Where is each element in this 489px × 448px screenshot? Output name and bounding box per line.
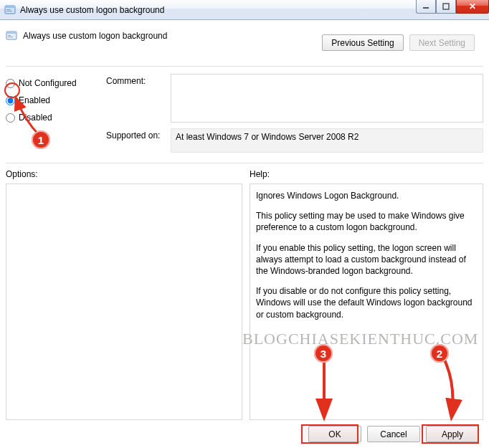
- radio-disabled-input[interactable]: [6, 113, 15, 123]
- help-panel: Ignores Windows Logon Background. This p…: [250, 184, 483, 420]
- policy-title: Always use custom logon background: [23, 31, 167, 41]
- comment-row: Comment:: [106, 74, 483, 123]
- maximize-button[interactable]: [436, 0, 456, 14]
- separator: [6, 66, 483, 67]
- cancel-button[interactable]: Cancel: [367, 426, 420, 442]
- svg-rect-1: [5, 6, 15, 8]
- svg-rect-3: [6, 11, 12, 11]
- radio-enabled[interactable]: Enabled: [6, 95, 106, 105]
- comment-label: Comment:: [106, 74, 171, 123]
- supported-row: Supported on: At least Windows 7 or Wind…: [106, 128, 483, 153]
- help-label: Help:: [250, 169, 483, 179]
- panels-row: Options: Help: Ignores Windows Logon Bac…: [6, 169, 483, 420]
- radio-not-configured-input[interactable]: [6, 79, 15, 88]
- svg-rect-4: [423, 7, 429, 9]
- window-title: Always use custom logon background: [20, 5, 164, 15]
- help-text: If you enable this policy setting, the l…: [256, 242, 477, 277]
- separator: [6, 163, 483, 163]
- title-bar: Always use custom logon background ✕: [0, 0, 489, 20]
- comment-textarea[interactable]: [171, 74, 483, 123]
- supported-box: At least Windows 7 or Windows Server 200…: [171, 128, 483, 153]
- close-button[interactable]: ✕: [456, 0, 489, 14]
- radio-label: Disabled: [19, 113, 52, 123]
- svg-rect-5: [443, 4, 449, 9]
- previous-setting-button[interactable]: Previous Setting: [322, 34, 403, 51]
- ok-button[interactable]: OK: [308, 426, 361, 442]
- svg-rect-9: [8, 37, 13, 37]
- state-radios: Not Configured Enabled Disabled: [6, 74, 106, 158]
- svg-rect-7: [6, 32, 16, 34]
- help-column: Help: Ignores Windows Logon Background. …: [250, 169, 483, 420]
- options-panel: [6, 184, 242, 420]
- supported-text: At least Windows 7 or Windows Server 200…: [176, 132, 359, 142]
- options-column: Options:: [6, 169, 242, 420]
- window-buttons: ✕: [416, 0, 489, 14]
- radio-enabled-input[interactable]: [6, 96, 15, 105]
- help-text: Ignores Windows Logon Background.: [256, 190, 477, 201]
- next-setting-button[interactable]: Next Setting: [409, 34, 475, 51]
- minimize-button[interactable]: [416, 0, 436, 14]
- footer-buttons: OK Cancel Apply: [308, 426, 479, 442]
- radio-label: Enabled: [19, 95, 50, 105]
- options-label: Options:: [6, 169, 242, 179]
- help-text: This policy setting may be used to make …: [256, 210, 477, 233]
- config-row: Not Configured Enabled Disabled Comment:…: [6, 72, 483, 158]
- nav-buttons: Previous Setting Next Setting: [322, 34, 475, 51]
- svg-rect-2: [6, 9, 11, 10]
- radio-not-configured[interactable]: Not Configured: [6, 78, 106, 88]
- window-icon: [4, 4, 16, 16]
- radio-disabled[interactable]: Disabled: [6, 113, 106, 123]
- dialog-body: Always use custom logon background Previ…: [0, 20, 489, 426]
- radio-label: Not Configured: [19, 78, 77, 88]
- field-column: Comment: Supported on: At least Windows …: [106, 74, 483, 158]
- help-text: If you disable or do not configure this …: [256, 285, 477, 320]
- policy-icon: [6, 30, 17, 42]
- supported-label: Supported on:: [106, 128, 171, 153]
- apply-button[interactable]: Apply: [426, 426, 479, 442]
- svg-rect-8: [8, 35, 11, 36]
